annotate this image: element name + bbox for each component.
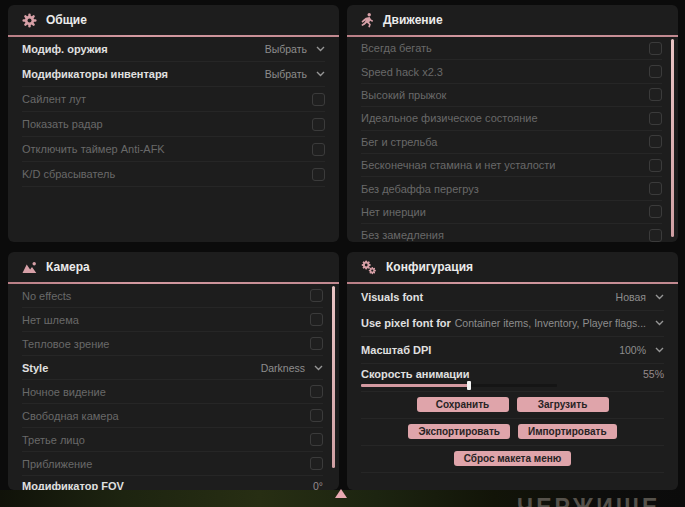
setting-row: Тепловое зрение — [22, 332, 323, 356]
setting-row: Модиф. оружия Выбрать — [22, 37, 325, 62]
setting-row: Use pixel font for Container items, Inve… — [361, 311, 664, 338]
checkbox[interactable] — [649, 135, 662, 148]
chevron-down-icon — [314, 365, 323, 371]
setting-row: Без дебаффа перегруз — [361, 177, 662, 200]
panel-title: Движение — [383, 13, 443, 27]
checkbox[interactable] — [649, 42, 662, 55]
setting-row: Идеальное физическое состояние — [361, 107, 662, 130]
setting-label: Нет шлема — [22, 314, 79, 326]
setting-row: Приближение — [22, 452, 323, 476]
dropdown[interactable]: Выбрать — [265, 68, 325, 80]
slider-value: 55% — [643, 368, 664, 380]
slider-fill — [361, 384, 469, 387]
cursor-icon — [335, 489, 347, 498]
setting-row: Показать радар — [22, 112, 325, 137]
dropdown-value: Выбрать — [265, 68, 307, 80]
checkbox[interactable] — [310, 385, 323, 398]
panel-header: Камера — [8, 252, 339, 282]
setting-label: Ночное видение — [22, 386, 106, 398]
dropdown-value: Выбрать — [265, 43, 307, 55]
setting-row: Нет шлема — [22, 308, 323, 332]
setting-row: Модификаторы инвентаря Выбрать — [22, 62, 325, 87]
checkbox[interactable] — [310, 289, 323, 302]
setting-row: Нет инерции — [361, 201, 662, 224]
checkbox[interactable] — [310, 313, 323, 326]
checkbox[interactable] — [649, 65, 662, 78]
setting-label: Speed hack x2.3 — [361, 66, 443, 78]
runner-icon — [361, 13, 374, 28]
checkbox[interactable] — [649, 88, 662, 101]
panel-title: Общие — [46, 13, 87, 27]
panel-configuration: Конфигурация Visuals font Новая Use pixe… — [347, 252, 678, 490]
setting-row: Свободная камера — [22, 404, 323, 428]
button-row: Сохранить Загрузить — [361, 392, 664, 419]
setting-label: Бег и стрельба — [361, 136, 437, 148]
dropdown[interactable]: Container items, Inventory, Player flags… — [455, 317, 664, 329]
setting-row: Visuals font Новая — [361, 284, 664, 311]
load-button[interactable]: Загрузить — [517, 397, 609, 412]
slider-handle[interactable] — [467, 381, 471, 390]
checkbox[interactable] — [649, 112, 662, 125]
setting-label: Нет инерции — [361, 206, 426, 218]
panel-title: Конфигурация — [386, 260, 473, 274]
dropdown[interactable]: Новая — [616, 291, 664, 303]
background-game-text: ЧЕРЖИШЕ — [517, 494, 660, 507]
panel-header: Движение — [347, 5, 678, 35]
checkbox[interactable] — [312, 143, 325, 156]
setting-row: Скорость анимации 55% — [361, 364, 664, 392]
dropdown[interactable]: 100% — [619, 344, 664, 356]
dropdown[interactable]: Выбрать — [265, 43, 325, 55]
setting-row: Без замедления — [361, 224, 662, 242]
scrollbar[interactable] — [671, 39, 674, 237]
setting-label: Use pixel font for — [361, 317, 451, 329]
export-button[interactable]: Экспортировать — [408, 424, 510, 439]
dropdown-value: Новая — [616, 291, 646, 303]
setting-row: Бесконечная стамина и нет усталости — [361, 154, 662, 177]
dropdown[interactable]: Darkness — [261, 362, 323, 374]
setting-label: Отключить таймер Anti-AFK — [22, 143, 165, 155]
checkbox[interactable] — [310, 457, 323, 470]
setting-row: Третье лицо — [22, 428, 323, 452]
panel-header: Общие — [8, 5, 339, 35]
setting-label: Приближение — [22, 458, 92, 470]
import-button[interactable]: Импортировать — [518, 424, 617, 439]
animation-speed-slider[interactable] — [361, 384, 557, 387]
button-row: Сброс макета меню — [361, 446, 664, 473]
setting-label: Бесконечная стамина и нет усталости — [361, 159, 556, 171]
gear-icon — [22, 13, 37, 28]
panel-title: Камера — [46, 260, 90, 274]
setting-row: No effects — [22, 284, 323, 308]
setting-label: No effects — [22, 290, 71, 302]
checkbox[interactable] — [312, 168, 325, 181]
checkbox[interactable] — [310, 433, 323, 446]
panel-camera: Камера No effects Нет шлема Тепловое зре… — [8, 252, 339, 490]
checkbox[interactable] — [649, 205, 662, 218]
panel-movement: Движение Всегда бегать Speed hack x2.3 В… — [347, 5, 678, 242]
checkbox[interactable] — [310, 409, 323, 422]
scrollbar[interactable] — [332, 286, 335, 468]
checkbox[interactable] — [649, 159, 662, 172]
checkbox[interactable] — [649, 182, 662, 195]
chevron-down-icon — [655, 347, 664, 353]
checkbox[interactable] — [310, 337, 323, 350]
dropdown-value: 100% — [619, 344, 646, 356]
save-button[interactable]: Сохранить — [417, 397, 509, 412]
setting-label: Скорость анимации — [361, 368, 470, 380]
setting-label: Модификатор FOV — [22, 480, 124, 490]
setting-row: Всегда бегать — [361, 37, 662, 60]
setting-label: Style — [22, 362, 48, 374]
setting-label: Тепловое зрение — [22, 338, 109, 350]
reset-menu-layout-button[interactable]: Сброс макета меню — [454, 451, 572, 466]
setting-label: Модификаторы инвентаря — [22, 68, 168, 80]
setting-label: Visuals font — [361, 291, 423, 303]
checkbox[interactable] — [312, 118, 325, 131]
setting-row: Масштаб DPI 100% — [361, 337, 664, 364]
setting-label: Показать радар — [22, 118, 103, 130]
checkbox[interactable] — [649, 229, 662, 242]
setting-row: K/D сбрасыватель — [22, 162, 325, 187]
panel-header: Конфигурация — [347, 252, 678, 282]
setting-label: Всегда бегать — [361, 42, 432, 54]
setting-row: Ночное видение — [22, 380, 323, 404]
checkbox[interactable] — [312, 93, 325, 106]
chevron-down-icon — [316, 46, 325, 52]
